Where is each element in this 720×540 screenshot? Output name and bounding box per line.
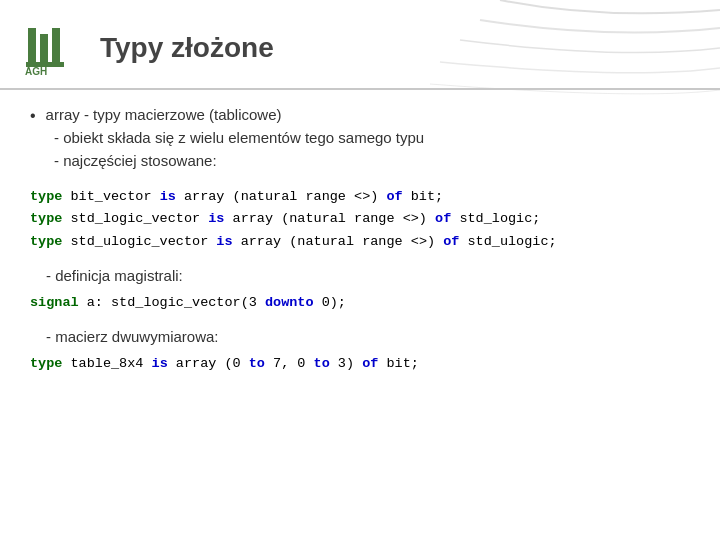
bullet-dot: • <box>30 107 36 125</box>
code-block-1: type bit_vector is array (natural range … <box>30 186 690 253</box>
code-block-2: signal a: std_logic_vector(3 downto 0); <box>30 292 690 314</box>
header: AGH Typy złożone <box>0 0 720 90</box>
svg-text:AGH: AGH <box>25 66 47 77</box>
svg-rect-1 <box>40 34 48 63</box>
code-line-1: type bit_vector is array (natural range … <box>30 186 690 208</box>
keyword-is-3: is <box>216 234 232 249</box>
keyword-type-3: type <box>30 234 62 249</box>
keyword-type-4: type <box>30 356 62 371</box>
code-table-line: type table_8x4 is array (0 to 7, 0 to 3)… <box>30 353 690 375</box>
svg-rect-2 <box>52 28 60 63</box>
keyword-to-1: to <box>249 356 265 371</box>
main-content: • array - typy macierzowe (tablicowe) - … <box>0 96 720 399</box>
label-magistrali: - definicja magistrali: <box>46 267 690 284</box>
bullet-section: • array - typy macierzowe (tablicowe) - … <box>30 106 690 172</box>
keyword-of-table: of <box>362 356 378 371</box>
code-line-3: type std_ulogic_vector is array (natural… <box>30 231 690 253</box>
keyword-type-1: type <box>30 189 62 204</box>
label-macierz: - macierz dwuwymiarowa: <box>46 328 690 345</box>
code-line-2: type std_logic_vector is array (natural … <box>30 208 690 230</box>
keyword-is-1: is <box>160 189 176 204</box>
code-block-3: type table_8x4 is array (0 to 7, 0 to 3)… <box>30 353 690 375</box>
keyword-is-4: is <box>152 356 168 371</box>
bullet-main-text: array - typy macierzowe (tablicowe) <box>46 106 282 123</box>
keyword-type-2: type <box>30 211 62 226</box>
page-title: Typy złożone <box>100 32 274 64</box>
bullet-main: • array - typy macierzowe (tablicowe) <box>30 106 690 125</box>
bullet-sub2: - najczęściej stosowane: <box>54 150 690 173</box>
keyword-is-2: is <box>208 211 224 226</box>
keyword-downto: downto <box>265 295 314 310</box>
agh-logo: AGH <box>20 18 80 78</box>
bullet-sub1: - obiekt składa się z wielu elementów te… <box>54 127 690 150</box>
code-signal-line: signal a: std_logic_vector(3 downto 0); <box>30 292 690 314</box>
keyword-to-2: to <box>314 356 330 371</box>
svg-rect-0 <box>28 28 36 63</box>
keyword-signal: signal <box>30 295 79 310</box>
